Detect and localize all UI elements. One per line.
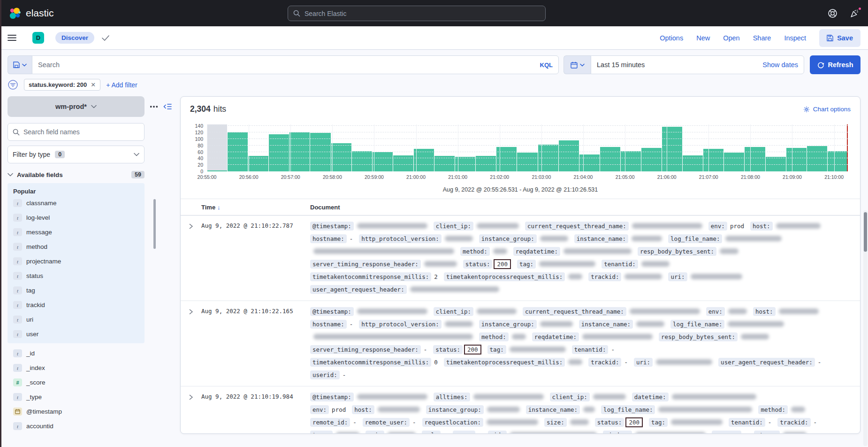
kql-toggle[interactable]: KQL [540, 62, 553, 69]
doc-field-label: url: [422, 431, 441, 434]
field-item-uri[interactable]: turi [13, 312, 139, 327]
index-pattern-name: wm-prod* [55, 103, 87, 110]
breadcrumb[interactable]: Discover [55, 32, 94, 44]
field-search-placeholder: Search field names [23, 128, 80, 136]
check-icon[interactable] [102, 35, 109, 41]
y-tick-label: 120 [195, 130, 203, 135]
remove-filter-icon[interactable]: ✕ [91, 81, 96, 88]
add-filter-link[interactable]: + Add filter [106, 81, 137, 89]
field-item-message[interactable]: tmessage [13, 225, 139, 239]
field-options-icon[interactable] [150, 106, 158, 108]
histogram-bar [807, 146, 827, 171]
filter-pill-status-200[interactable]: status.keyword: 200 ✕ [24, 79, 100, 91]
field-item-status[interactable]: tstatus [13, 269, 139, 283]
field-item-_score[interactable]: #_score [13, 375, 139, 390]
field-item-_index[interactable]: t_index [13, 361, 139, 375]
doc-field-value: - [412, 419, 416, 426]
doc-field-logfilename: log_file_name: [601, 406, 752, 413]
filter-by-type-button[interactable]: Filter by type 0 [8, 146, 145, 163]
doc-field-label: datetime: [632, 393, 669, 401]
sort-desc-icon[interactable]: ↓ [217, 204, 221, 211]
nav-menu-item-options[interactable]: Options [660, 34, 683, 42]
field-item-classname[interactable]: tclassname [13, 196, 139, 210]
x-tick-label: 21:07:00 [699, 174, 718, 180]
h-gridline [207, 132, 848, 132]
chart-options-label: Chart options [813, 106, 851, 113]
nav-menu-item-open[interactable]: Open [723, 34, 739, 42]
field-item-projectname[interactable]: tprojectname [13, 254, 139, 269]
field-name: tag [26, 287, 35, 294]
data-view-selector[interactable]: wm-prod* [8, 96, 145, 117]
filter-bar: status.keyword: 200 ✕ + Add filter [0, 77, 868, 96]
field-item-@timestamp[interactable]: @timestamp [13, 404, 139, 419]
redacted-value [720, 248, 739, 254]
x-tick-label: 21:03:00 [532, 174, 551, 180]
discover-app-badge[interactable]: D [32, 32, 44, 44]
field-item-trackid[interactable]: ttrackid [13, 298, 139, 312]
redacted-value [313, 334, 473, 339]
nav-menu-item-inspect[interactable]: Inspect [784, 34, 806, 42]
field-item-_type[interactable]: t_type [13, 390, 139, 404]
redacted-value [445, 321, 473, 327]
redacted-value [568, 359, 582, 365]
doc-field-reqdatetime: reqdatetime: [532, 333, 653, 340]
field-name: uri [26, 316, 33, 323]
doc-field-uri: uri: [668, 273, 742, 280]
help-icon[interactable] [828, 8, 838, 18]
field-name: @timestamp [26, 408, 62, 415]
expand-row-button[interactable] [181, 391, 201, 434]
redacted-value [741, 334, 769, 339]
save-button[interactable]: Save [819, 29, 860, 47]
redacted-value [563, 248, 632, 254]
page-scrollbar[interactable] [863, 210, 868, 446]
doc-field-value: - [814, 419, 817, 426]
field-item-user[interactable]: tuser [13, 327, 139, 341]
chart-plot-area [207, 124, 848, 171]
v-gridline [541, 124, 542, 171]
field-item-_id[interactable]: t_id [13, 346, 139, 361]
page-scrollbar-thumb[interactable] [864, 212, 867, 252]
v-gridline [249, 124, 249, 171]
field-name: trackid [26, 301, 45, 308]
doc-field-label: userid: [310, 370, 340, 379]
global-search-input[interactable]: Search Elastic [288, 6, 546, 21]
refresh-button[interactable]: Refresh [810, 55, 860, 74]
saved-query-menu-button[interactable] [8, 55, 32, 74]
y-tick-label: 140 [195, 123, 203, 129]
field-item-accountid[interactable]: taccountid [13, 419, 139, 433]
chart-options-button[interactable]: Chart options [803, 106, 851, 113]
time-range-value[interactable]: Last 15 minutes [597, 61, 645, 69]
doc-field-label: tenantid: [602, 260, 638, 269]
filter-icon[interactable] [8, 79, 18, 90]
row-document: @timestamp:client_ip:current_request_thr… [310, 305, 860, 381]
field-item-tag[interactable]: ttag [13, 283, 139, 298]
available-fields-toggle[interactable]: Available fields 59 [8, 171, 145, 178]
doc-field-label: hostname: [310, 234, 347, 243]
date-picker-menu-button[interactable] [563, 55, 591, 74]
expand-row-button[interactable] [181, 220, 201, 296]
time-column-header[interactable]: Time↓ [201, 204, 310, 211]
elastic-brand[interactable]: elastic [8, 7, 54, 20]
histogram-bar [331, 143, 351, 171]
x-tick-label: 21:05:00 [616, 174, 635, 180]
expand-row-button[interactable] [181, 305, 201, 381]
menu-hamburger-icon[interactable] [8, 34, 16, 41]
time-range-field[interactable]: Last 15 minutes Show dates [591, 55, 804, 74]
app-navbar: D Discover OptionsNewOpenShareInspect Sa… [0, 26, 868, 50]
doc-field-trackid: trackid:- [588, 359, 628, 366]
text-field-icon: t [13, 364, 22, 372]
redacted-value [313, 248, 454, 254]
sidebar-scrollbar[interactable] [153, 199, 156, 249]
nav-menu-item-new[interactable]: New [696, 34, 710, 42]
field-item-method[interactable]: tmethod [13, 239, 139, 254]
show-dates-link[interactable]: Show dates [762, 61, 798, 69]
nav-menu-item-share[interactable]: Share [753, 34, 771, 42]
v-gridline [750, 124, 751, 171]
field-item-log-level[interactable]: tlog-level [13, 210, 139, 225]
doc-field-label: hostname: [310, 320, 347, 329]
collapse-sidebar-icon[interactable] [163, 103, 172, 110]
newsfeed-icon[interactable] [850, 8, 860, 18]
redacted-value [510, 347, 566, 352]
field-search-input[interactable]: Search field names [8, 123, 145, 141]
query-search-input[interactable]: Search KQL [32, 55, 559, 74]
